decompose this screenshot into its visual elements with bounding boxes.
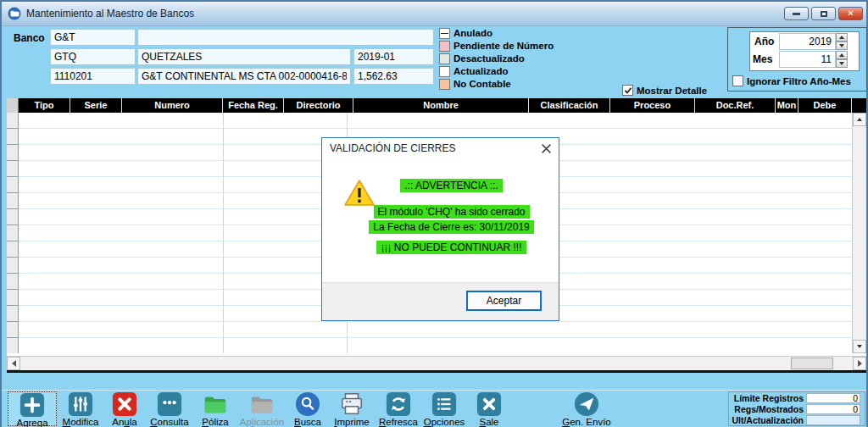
up-arrow-icon — [839, 53, 844, 57]
grid-vline — [223, 113, 224, 353]
desactualizado-swatch — [439, 53, 450, 64]
no-contable-swatch — [439, 79, 450, 90]
scroll-down-button[interactable] — [853, 340, 866, 353]
down-arrow-icon — [839, 44, 844, 47]
scroll-left-button[interactable] — [7, 357, 20, 370]
mes-label: Mes — [753, 53, 772, 65]
column-header-numero[interactable]: Numero — [122, 98, 223, 113]
validation-dialog: VALIDACIÓN DE CIERRES .:: ADVERTENCIA ::… — [321, 137, 559, 321]
dialog-title: VALIDACIÓN DE CIERRES — [322, 138, 559, 159]
column-header-tipo[interactable]: Tipo — [19, 98, 70, 113]
down-arrow-icon — [839, 62, 844, 65]
pendiente-swatch — [439, 41, 450, 52]
gen-envio-button[interactable]: Gen. Envío — [555, 391, 618, 426]
header-filler — [852, 98, 866, 113]
minimize-icon — [793, 13, 800, 15]
ult-actualizacion-field[interactable] — [806, 415, 860, 425]
scroll-up-button[interactable] — [853, 113, 866, 126]
column-header-proceso[interactable]: Proceso — [610, 98, 695, 113]
column-header-debe[interactable]: Debe — [798, 98, 852, 113]
cancel-icon — [112, 391, 137, 417]
column-header-serie[interactable]: Serie — [70, 98, 122, 113]
column-header-mon[interactable]: Mon — [776, 98, 798, 113]
maximize-button[interactable] — [811, 7, 836, 20]
mes-field[interactable] — [779, 51, 836, 68]
consulta-button[interactable]: Consulta — [145, 391, 194, 426]
up-arrow-icon — [857, 118, 862, 121]
column-header-fecha-reg[interactable]: Fecha Reg. — [223, 98, 284, 113]
warning-title: .:: ADVERTENCIA ::. — [400, 179, 502, 192]
limite-registros-row: Límite Registros — [729, 392, 865, 403]
list-icon — [431, 391, 457, 417]
sliders-icon — [68, 391, 93, 417]
warning-stop-line: ¡¡¡ NO PUEDE CONTINUAR !!! — [376, 241, 526, 254]
regs-mostrados-field[interactable] — [806, 404, 860, 414]
send-plane-icon — [574, 391, 599, 417]
legend-item-anulado: Anulado — [439, 27, 492, 39]
currency-name-field[interactable] — [137, 48, 351, 65]
ult-actualizacion-row: Ult/Actualización — [729, 414, 865, 425]
period-field[interactable] — [353, 48, 434, 65]
dialog-close-icon[interactable] — [541, 143, 552, 154]
ignorar-filtro-checkbox[interactable]: Ignorar Filtro Año-Mes — [732, 75, 851, 86]
accept-button[interactable]: Aceptar — [466, 291, 542, 311]
sale-button[interactable]: Sale — [465, 391, 514, 426]
banco-label: Banco — [14, 32, 45, 44]
anio-spinner — [836, 33, 848, 50]
search-icon — [295, 391, 320, 417]
title-bar: Mantenimiento al Maestro de Bancos ✕ — [2, 2, 866, 26]
minimize-button[interactable] — [784, 7, 809, 20]
horizontal-scrollbar[interactable] — [7, 356, 866, 370]
anula-button[interactable]: Anula — [100, 391, 149, 426]
up-arrow-icon — [839, 36, 844, 39]
agrega-button[interactable]: Agrega — [8, 391, 57, 426]
anio-spin-up[interactable] — [836, 33, 848, 42]
legend-item-no-contable: No Contable — [439, 78, 511, 90]
right-arrow-icon — [858, 360, 862, 367]
checkbox-unchecked-icon — [732, 75, 743, 86]
vertical-scrollbar[interactable] — [852, 113, 866, 353]
scroll-right-button[interactable] — [853, 357, 866, 370]
maximize-icon — [821, 11, 827, 17]
modifica-button[interactable]: Modifica — [56, 391, 105, 426]
add-icon — [19, 392, 45, 418]
mes-spin-down[interactable] — [836, 59, 848, 68]
column-header-doc-ref[interactable]: Doc.Ref. — [695, 98, 776, 113]
dialog-footer: Aceptar — [322, 282, 559, 320]
opciones-button[interactable]: Opciones — [420, 391, 469, 426]
close-button[interactable]: ✕ — [838, 7, 863, 20]
anio-spin-down[interactable] — [836, 42, 848, 50]
warning-message-line1: El módulo 'CHQ' ha sido cerrado — [374, 205, 530, 219]
anulado-swatch — [439, 28, 450, 39]
close-icon: ✕ — [847, 9, 854, 18]
currency-code-field[interactable] — [50, 48, 136, 65]
limite-registros-field[interactable] — [806, 393, 860, 403]
dots-icon — [157, 391, 182, 417]
column-header-directorio[interactable]: Directorio — [284, 98, 353, 113]
balance-field[interactable] — [353, 68, 434, 85]
mostrar-detalle-checkbox[interactable]: Mostrar Detalle — [622, 85, 707, 96]
grid-header-row: Tipo Serie Numero Fecha Reg. Directorio … — [7, 98, 866, 113]
poliza-button[interactable]: Póliza — [191, 391, 240, 426]
refresh-icon — [386, 391, 411, 417]
refresca-button[interactable]: Refresca — [374, 391, 423, 426]
checkbox-checked-icon — [622, 85, 633, 96]
legend-item-actualizado: Actualizado — [439, 65, 509, 77]
horizontal-scroll-thumb[interactable] — [791, 358, 833, 369]
app-folder-icon — [8, 7, 21, 20]
anio-field[interactable] — [779, 33, 836, 50]
anio-label: Año — [754, 36, 774, 47]
stats-panel: Límite Registros Regs/Mostrados Ult/Actu… — [728, 391, 865, 426]
account-name-field[interactable] — [137, 68, 351, 85]
imprime-button[interactable]: Imprime — [327, 391, 376, 426]
gray-folder-icon — [249, 391, 275, 417]
bank-extra-field[interactable] — [137, 29, 434, 46]
down-arrow-icon — [857, 345, 862, 348]
busca-button[interactable]: Busca — [283, 391, 332, 426]
column-header-clasificacion[interactable]: Clasificación — [529, 98, 610, 113]
column-header-nombre[interactable]: Nombre — [353, 98, 529, 113]
bank-code-field[interactable] — [50, 29, 136, 46]
mes-spin-up[interactable] — [836, 51, 848, 59]
account-code-field[interactable] — [50, 68, 136, 85]
legend-item-desactualizado: Desactualizado — [439, 53, 525, 64]
